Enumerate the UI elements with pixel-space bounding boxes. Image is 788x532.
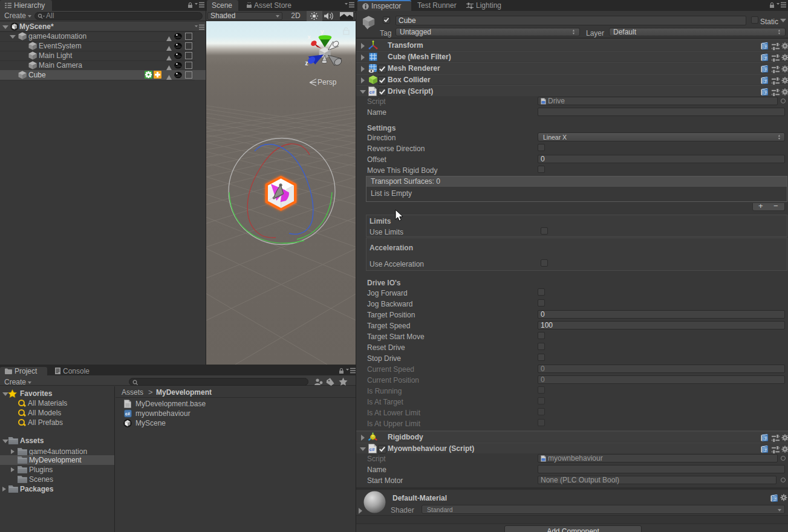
svg-text:?: ? <box>764 44 767 50</box>
svg-text:?: ? <box>764 436 767 441</box>
svg-text:?: ? <box>773 496 777 502</box>
svg-text:?: ? <box>764 447 767 453</box>
svg-text:?: ? <box>764 90 767 96</box>
svg-text:x: x <box>307 34 311 41</box>
svg-text:c#: c# <box>125 412 130 416</box>
svg-text:Persp: Persp <box>317 78 337 86</box>
svg-text:z: z <box>305 60 308 66</box>
svg-text:c#: c# <box>370 447 375 452</box>
svg-text:?: ? <box>764 56 767 61</box>
svg-text:?: ? <box>764 67 767 73</box>
svg-text:c#: c# <box>370 89 375 95</box>
svg-text:?: ? <box>764 79 767 84</box>
svg-text:y: y <box>321 28 325 35</box>
